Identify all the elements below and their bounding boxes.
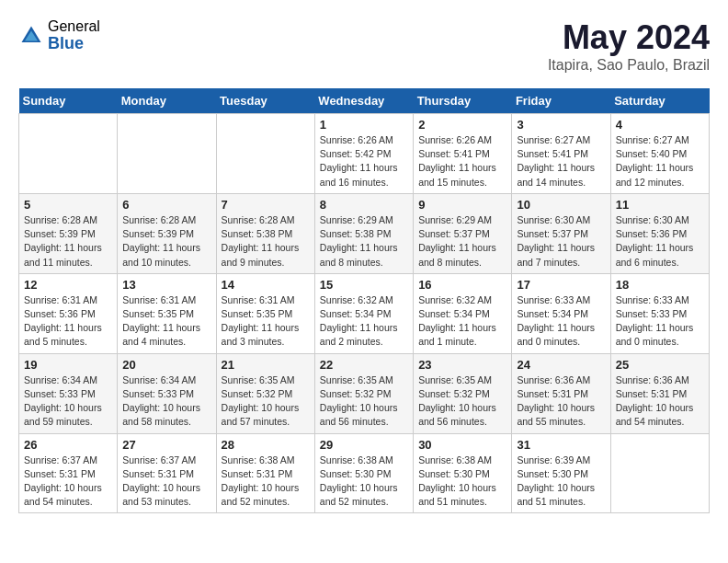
day-number: 14 [222,278,310,292]
day-number: 26 [24,438,112,452]
calendar-cell: 6Sunrise: 6:28 AM Sunset: 5:39 PM Daylig… [118,193,216,273]
day-info: Sunrise: 6:36 AM Sunset: 5:31 PM Dayligh… [517,373,605,430]
day-number: 27 [122,438,210,452]
day-number: 28 [222,438,310,452]
location: Itapira, Sao Paulo, Brazil [548,57,710,74]
day-info: Sunrise: 6:26 AM Sunset: 5:42 PM Dayligh… [320,133,408,190]
calendar-cell: 26Sunrise: 6:37 AM Sunset: 5:31 PM Dayli… [19,433,118,513]
calendar-cell: 13Sunrise: 6:31 AM Sunset: 5:35 PM Dayli… [118,273,216,353]
day-info: Sunrise: 6:36 AM Sunset: 5:31 PM Dayligh… [616,373,704,430]
day-info: Sunrise: 6:34 AM Sunset: 5:33 PM Dayligh… [24,373,112,430]
calendar-cell: 15Sunrise: 6:32 AM Sunset: 5:34 PM Dayli… [314,273,413,353]
day-info: Sunrise: 6:35 AM Sunset: 5:32 PM Dayligh… [320,373,408,430]
day-number: 17 [517,278,605,292]
calendar-cell: 18Sunrise: 6:33 AM Sunset: 5:33 PM Dayli… [610,273,709,353]
day-number: 29 [320,438,408,452]
day-info: Sunrise: 6:31 AM Sunset: 5:35 PM Dayligh… [122,293,210,350]
day-info: Sunrise: 6:32 AM Sunset: 5:34 PM Dayligh… [320,293,408,350]
calendar-week-row: 26Sunrise: 6:37 AM Sunset: 5:31 PM Dayli… [19,433,710,513]
calendar-cell: 21Sunrise: 6:35 AM Sunset: 5:32 PM Dayli… [216,353,314,433]
calendar-cell: 1Sunrise: 6:26 AM Sunset: 5:42 PM Daylig… [314,114,413,194]
day-number: 22 [320,358,408,372]
day-info: Sunrise: 6:38 AM Sunset: 5:30 PM Dayligh… [418,454,506,510]
calendar-table: SundayMondayTuesdayWednesdayThursdayFrid… [18,88,710,513]
calendar-cell: 14Sunrise: 6:31 AM Sunset: 5:35 PM Dayli… [216,273,314,353]
day-info: Sunrise: 6:37 AM Sunset: 5:31 PM Dayligh… [24,454,112,510]
day-info: Sunrise: 6:28 AM Sunset: 5:39 PM Dayligh… [122,213,210,270]
calendar-cell: 27Sunrise: 6:37 AM Sunset: 5:31 PM Dayli… [118,433,216,513]
day-number: 1 [320,118,408,132]
day-header-monday: Monday [118,88,216,114]
day-info: Sunrise: 6:26 AM Sunset: 5:41 PM Dayligh… [418,133,506,190]
calendar-cell: 23Sunrise: 6:35 AM Sunset: 5:32 PM Dayli… [414,353,512,433]
day-header-thursday: Thursday [414,88,512,114]
day-info: Sunrise: 6:29 AM Sunset: 5:37 PM Dayligh… [418,213,506,270]
day-number: 9 [418,198,506,212]
calendar-cell: 8Sunrise: 6:29 AM Sunset: 5:38 PM Daylig… [314,193,413,273]
day-info: Sunrise: 6:27 AM Sunset: 5:40 PM Dayligh… [616,133,704,190]
day-info: Sunrise: 6:29 AM Sunset: 5:38 PM Dayligh… [320,213,408,270]
day-info: Sunrise: 6:31 AM Sunset: 5:36 PM Dayligh… [24,293,112,350]
day-number: 7 [222,198,310,212]
day-info: Sunrise: 6:28 AM Sunset: 5:39 PM Dayligh… [24,213,112,270]
page-header: General Blue May 2024 Itapira, Sao Paulo… [18,18,710,74]
day-info: Sunrise: 6:34 AM Sunset: 5:33 PM Dayligh… [122,373,210,430]
calendar-header-row: SundayMondayTuesdayWednesdayThursdayFrid… [19,88,710,114]
day-header-saturday: Saturday [610,88,709,114]
calendar-week-row: 5Sunrise: 6:28 AM Sunset: 5:39 PM Daylig… [19,193,710,273]
day-info: Sunrise: 6:33 AM Sunset: 5:33 PM Dayligh… [616,293,704,350]
calendar-cell: 10Sunrise: 6:30 AM Sunset: 5:37 PM Dayli… [512,193,610,273]
day-number: 11 [616,198,704,212]
calendar-cell: 5Sunrise: 6:28 AM Sunset: 5:39 PM Daylig… [19,193,118,273]
day-number: 2 [418,118,506,132]
day-number: 16 [418,278,506,292]
day-number: 23 [418,358,506,372]
day-number: 3 [517,118,605,132]
calendar-cell: 4Sunrise: 6:27 AM Sunset: 5:40 PM Daylig… [610,114,709,194]
day-info: Sunrise: 6:38 AM Sunset: 5:31 PM Dayligh… [222,454,310,510]
day-number: 30 [418,438,506,452]
day-number: 15 [320,278,408,292]
calendar-cell: 7Sunrise: 6:28 AM Sunset: 5:38 PM Daylig… [216,193,314,273]
logo: General Blue [18,18,100,52]
calendar-week-row: 1Sunrise: 6:26 AM Sunset: 5:42 PM Daylig… [19,114,710,194]
month-year: May 2024 [548,18,710,57]
day-number: 20 [122,358,210,372]
calendar-cell [610,433,709,513]
calendar-cell: 29Sunrise: 6:38 AM Sunset: 5:30 PM Dayli… [314,433,413,513]
calendar-week-row: 19Sunrise: 6:34 AM Sunset: 5:33 PM Dayli… [19,353,710,433]
calendar-cell: 12Sunrise: 6:31 AM Sunset: 5:36 PM Dayli… [19,273,118,353]
day-info: Sunrise: 6:35 AM Sunset: 5:32 PM Dayligh… [418,373,506,430]
day-number: 24 [517,358,605,372]
day-info: Sunrise: 6:39 AM Sunset: 5:30 PM Dayligh… [517,454,605,510]
day-number: 8 [320,198,408,212]
day-info: Sunrise: 6:33 AM Sunset: 5:34 PM Dayligh… [517,293,605,350]
day-info: Sunrise: 6:38 AM Sunset: 5:30 PM Dayligh… [320,454,408,510]
day-number: 6 [122,198,210,212]
day-header-friday: Friday [512,88,610,114]
calendar-cell [118,114,216,194]
day-number: 4 [616,118,704,132]
day-number: 12 [24,278,112,292]
calendar-cell: 20Sunrise: 6:34 AM Sunset: 5:33 PM Dayli… [118,353,216,433]
day-number: 19 [24,358,112,372]
calendar-cell: 9Sunrise: 6:29 AM Sunset: 5:37 PM Daylig… [414,193,512,273]
day-number: 10 [517,198,605,212]
calendar-cell: 31Sunrise: 6:39 AM Sunset: 5:30 PM Dayli… [512,433,610,513]
day-number: 13 [122,278,210,292]
day-number: 21 [222,358,310,372]
day-info: Sunrise: 6:28 AM Sunset: 5:38 PM Dayligh… [222,213,310,270]
calendar-cell: 19Sunrise: 6:34 AM Sunset: 5:33 PM Dayli… [19,353,118,433]
logo-icon [18,23,44,49]
calendar-cell: 2Sunrise: 6:26 AM Sunset: 5:41 PM Daylig… [414,114,512,194]
day-number: 25 [616,358,704,372]
day-header-tuesday: Tuesday [216,88,314,114]
calendar-cell: 11Sunrise: 6:30 AM Sunset: 5:36 PM Dayli… [610,193,709,273]
calendar-cell: 24Sunrise: 6:36 AM Sunset: 5:31 PM Dayli… [512,353,610,433]
day-info: Sunrise: 6:35 AM Sunset: 5:32 PM Dayligh… [222,373,310,430]
calendar-cell: 30Sunrise: 6:38 AM Sunset: 5:30 PM Dayli… [414,433,512,513]
day-info: Sunrise: 6:32 AM Sunset: 5:34 PM Dayligh… [418,293,506,350]
calendar-cell [216,114,314,194]
calendar-cell: 28Sunrise: 6:38 AM Sunset: 5:31 PM Dayli… [216,433,314,513]
logo-blue: Blue [48,35,100,53]
